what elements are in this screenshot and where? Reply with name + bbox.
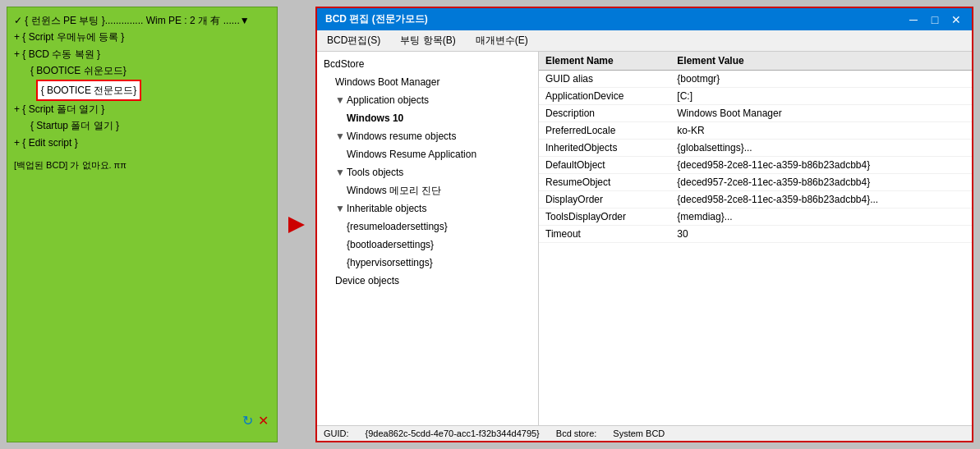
tree-bootloader[interactable]: {bootloadersettings} [317, 236, 538, 254]
guid-label: GUID: [324, 428, 349, 438]
table-row[interactable]: DefaultObject{deced958-2ce8-11ec-a359-b8… [539, 157, 972, 174]
menu-item-7[interactable]: { Startup 폴더 열기 } [14, 117, 270, 134]
prop-name: Description [539, 105, 670, 122]
prop-value: {bootmgr} [670, 71, 972, 88]
tree-hypervisor[interactable]: {hypervisorsettings} [317, 254, 538, 272]
guid-value: {9dea862c-5cdd-4e70-acc1-f32b344d4795} [366, 428, 540, 438]
menu-item-5[interactable]: { BOOTICE 전문모드} [14, 80, 270, 101]
table-row[interactable]: DisplayOrder{deced958-2ce8-11ec-a359-b86… [539, 191, 972, 208]
menu-item-1[interactable]: ✓ { 런윈스 PE 부팅 }.............. Wim PE : 2… [14, 12, 270, 29]
tree-inheritobjects[interactable]: ▼Inheritable objects [317, 199, 538, 218]
table-row[interactable]: DescriptionWindows Boot Manager [539, 105, 972, 122]
table-row[interactable]: Timeout30 [539, 226, 972, 243]
table-row[interactable]: ResumeObject{deced957-2ce8-11ec-a359-b86… [539, 174, 972, 191]
prop-name: Timeout [539, 226, 670, 243]
close-left-icon[interactable]: ✕ [258, 413, 269, 428]
status-text: [백업된 BCD] 가 없마요. ππ [14, 160, 127, 170]
prop-value: {globalsettings}... [670, 140, 972, 157]
properties-table: Element Name Element Value GUID alias{bo… [539, 52, 972, 243]
menu-item-2[interactable]: + { Script 우메뉴에 등록 } [14, 29, 270, 45]
col-element-name: Element Name [539, 52, 670, 71]
menu-item-3[interactable]: + { BCD 수동 복원 } [14, 46, 270, 62]
table-row[interactable]: InheritedObjects{globalsettings}... [539, 140, 972, 157]
tree-winmemdiag[interactable]: Windows 메모리 진단 [317, 181, 538, 199]
prop-name: DisplayOrder [539, 191, 670, 208]
menu-boot-option[interactable]: 부팅 항목(B) [397, 32, 458, 49]
properties-panel: Element Name Element Value GUID alias{bo… [539, 52, 972, 425]
prop-value: Windows Boot Manager [670, 105, 972, 122]
menu-bcd-edit[interactable]: BCD편집(S) [324, 32, 384, 49]
maximize-button[interactable]: □ [927, 13, 942, 26]
prop-name: DefaultObject [539, 157, 670, 174]
prop-name: ApplicationDevice [539, 88, 670, 105]
tree-bcdstore[interactable]: BcdStore [317, 55, 538, 73]
minimize-button[interactable]: ─ [906, 13, 921, 26]
prop-value: {memdiag}... [670, 208, 972, 226]
bcd-label: Bcd store: [556, 428, 597, 438]
prop-value: [C:] [670, 88, 972, 105]
prop-value: {deced958-2ce8-11ec-a359-b86b23adcbb4}..… [670, 191, 972, 208]
prop-value: 30 [670, 226, 972, 243]
menu-item-4[interactable]: { BOOTICE 쉬운모드} [14, 62, 270, 79]
main-area: BcdStore Windows Boot Manager ▼Applicati… [317, 52, 972, 425]
highlighted-bootice[interactable]: { BOOTICE 전문모드} [36, 80, 142, 101]
menu-bar: BCD편집(S) 부팅 항목(B) 매개변수(E) [317, 30, 972, 52]
tree-resumeobjects[interactable]: ▼Windows resume objects [317, 127, 538, 145]
tree-resumeloader[interactable]: {resumeloadersettings} [317, 218, 538, 236]
arrow-container [284, 7, 309, 442]
left-panel: ✓ { 런윈스 PE 부팅 }.............. Wim PE : 2… [7, 7, 278, 442]
title-bar-controls: ─ □ ✕ [906, 13, 964, 26]
prop-name: ToolsDisplayOrder [539, 208, 670, 226]
prop-value: ko-KR [670, 122, 972, 140]
refresh-icon[interactable]: ↻ [242, 413, 253, 428]
tree-toolsobjects[interactable]: ▼Tools objects [317, 163, 538, 181]
table-row[interactable]: ApplicationDevice[C:] [539, 88, 972, 105]
tree-appobjects[interactable]: ▼Application objects [317, 91, 538, 109]
status-area: [백업된 BCD] 가 없마요. ππ [14, 159, 270, 172]
menu-item-6[interactable]: + { Script 폴더 열기 } [14, 101, 270, 117]
menu-item-8[interactable]: + { Edit script } [14, 135, 270, 151]
window-title: BCD 편집 (전문가모드) [325, 12, 428, 26]
table-row[interactable]: PreferredLocaleko-KR [539, 122, 972, 140]
title-bar: BCD 편집 (전문가모드) ─ □ ✕ [317, 8, 972, 30]
bcd-value: System BCD [613, 428, 665, 438]
prop-value: {deced958-2ce8-11ec-a359-b86b23adcbb4} [670, 157, 972, 174]
tree-deviceobjects[interactable]: Device objects [317, 272, 538, 290]
table-row[interactable]: ToolsDisplayOrder{memdiag}... [539, 208, 972, 226]
status-bar: GUID: {9dea862c-5cdd-4e70-acc1-f32b344d4… [317, 425, 972, 441]
refresh-icons: ↻ ✕ [242, 413, 269, 428]
tree-winresumeapp[interactable]: Windows Resume Application [317, 145, 538, 163]
close-button[interactable]: ✕ [949, 13, 964, 26]
prop-name: ResumeObject [539, 174, 670, 191]
col-element-value: Element Value [670, 52, 972, 71]
prop-name: GUID alias [539, 71, 670, 88]
right-arrow-icon [288, 217, 305, 233]
prop-name: InheritedObjects [539, 140, 670, 157]
menu-variable[interactable]: 매개변수(E) [472, 32, 531, 49]
tree-panel: BcdStore Windows Boot Manager ▼Applicati… [317, 52, 539, 425]
right-panel: BCD 편집 (전문가모드) ─ □ ✕ BCD편집(S) 부팅 항목(B) 매… [315, 7, 973, 442]
tree-win10[interactable]: Windows 10 [317, 109, 538, 127]
tree-winbootmgr[interactable]: Windows Boot Manager [317, 73, 538, 91]
table-row[interactable]: GUID alias{bootmgr} [539, 71, 972, 88]
prop-value: {deced957-2ce8-11ec-a359-b86b23adcbb4} [670, 174, 972, 191]
prop-name: PreferredLocale [539, 122, 670, 140]
